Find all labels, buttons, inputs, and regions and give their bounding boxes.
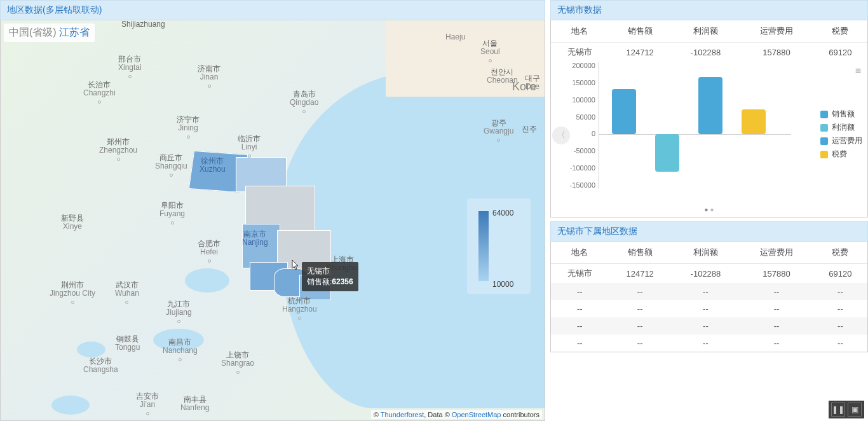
table-row[interactable]: 无锡市 124712 -102288 157880 69120: [551, 43, 867, 62]
city-label: 铜鼓县Tonggu: [115, 335, 140, 352]
city-label: 长治市Changzhi: [83, 81, 116, 106]
lake-shape: [185, 268, 229, 293]
city-label: 武汉市Wuhan: [115, 281, 139, 307]
map-panel-title: 地区数据(多层钻取联动): [0, 0, 545, 20]
breadcrumb-level-0[interactable]: 中国(省级): [9, 27, 57, 38]
bar-chart[interactable]: ≡ 200000150000100000500000-50000-100000-…: [551, 62, 867, 205]
city-label: 郑州市Zhengzhou: [99, 138, 137, 163]
city-label: 济南市Jinan: [198, 65, 220, 90]
col-name: 地名: [551, 20, 609, 43]
lake-shape: [153, 329, 204, 351]
present-button[interactable]: ▣: [848, 403, 862, 417]
map-attribution: © Thunderforest, Data © OpenStreetMap co…: [371, 410, 542, 419]
attrib-link-thunderforest[interactable]: Thunderforest: [381, 411, 424, 418]
region-suzhou[interactable]: [299, 275, 331, 300]
city-label: 济宁市Jining: [177, 116, 200, 141]
plot-area: [599, 62, 791, 189]
chart-pager[interactable]: ● ●: [551, 206, 867, 213]
city-label: 上饶市Shangrao: [221, 351, 254, 376]
lake-shape: [51, 396, 90, 415]
table-row[interactable]: 无锡市124712-10228815788069120: [551, 264, 867, 284]
legend-gradient: [478, 211, 489, 281]
panel1-title: 无锡市数据: [550, 0, 868, 20]
map-legend[interactable]: 64000 10000: [467, 198, 531, 294]
cursor-icon: [290, 259, 300, 272]
city-label: 九江市Jiujiang: [166, 300, 192, 326]
col-profit: 利润额: [672, 20, 740, 43]
table-row[interactable]: ----------: [551, 283, 867, 300]
y-axis: 200000150000100000500000-50000-100000-15…: [557, 62, 595, 189]
city-label: 阜阳市Fuyang: [159, 202, 185, 227]
city-label: 青岛市Qingdao: [290, 90, 318, 116]
city-label: 荆州市Jingzhou City: [50, 281, 95, 307]
pause-button[interactable]: ❚❚: [831, 403, 845, 417]
city-label: 吉安市Ji'an: [136, 392, 159, 418]
chart-menu-icon[interactable]: ≡: [855, 66, 861, 77]
korea-land: [386, 20, 545, 97]
col-sales: 销售额: [609, 242, 672, 264]
panel2-body: 地名 销售额 利润额 运营费用 税费 无锡市124712-10228815788…: [550, 242, 868, 352]
lake-shape: [77, 342, 105, 357]
col-tax: 税费: [813, 20, 867, 43]
legend-min: 10000: [492, 280, 513, 289]
city-label: 合肥市Hefei: [198, 240, 220, 265]
city-label: 长沙市Changsha: [83, 357, 118, 374]
col-sales: 销售额: [609, 20, 672, 43]
table-row[interactable]: ----------: [551, 300, 867, 317]
legend-max: 64000: [492, 209, 513, 217]
col-opex: 运营费用: [740, 242, 813, 264]
breadcrumb[interactable]: 中国(省级) 江苏省: [4, 24, 95, 42]
panel2-table: 地名 销售额 利润额 运营费用 税费 无锡市124712-10228815788…: [551, 242, 867, 352]
col-name: 地名: [551, 242, 609, 264]
city-label: 新野县Xinye: [61, 214, 84, 231]
col-tax: 税费: [813, 242, 867, 264]
city-label: Shijiazhuang: [121, 20, 165, 29]
panel1-table: 地名 销售额 利润额 运营费用 税费 无锡市 124712 -102288 15…: [551, 20, 867, 62]
panel1-body: 地名 销售额 利润额 运营费用 税费 无锡市 124712 -102288 15…: [550, 20, 868, 217]
map-canvas[interactable]: 中国(省级) 江苏省 Shijiazhuang 邢台市Xingtai 长治市Ch…: [0, 20, 545, 421]
col-profit: 利润额: [672, 242, 740, 264]
table-row[interactable]: ----------: [551, 335, 867, 352]
city-label: 南丰县Nanfeng: [180, 396, 209, 412]
attrib-link-osm[interactable]: OpenStreetMap: [452, 411, 501, 418]
panel2-title: 无锡市下属地区数据: [550, 221, 868, 242]
col-opex: 运营费用: [740, 20, 813, 43]
chart-legend[interactable]: 销售额利润额运营费用税费: [820, 106, 862, 162]
city-label: 商丘市Shangqiu: [155, 154, 187, 179]
breadcrumb-level-1[interactable]: 江苏省: [59, 27, 90, 38]
city-label: 邢台市Xingtai: [118, 55, 142, 81]
chart-prev-button[interactable]: 〈: [552, 127, 570, 144]
table-row[interactable]: ----------: [551, 317, 867, 335]
playback-controls[interactable]: ❚❚ ▣: [829, 401, 864, 418]
